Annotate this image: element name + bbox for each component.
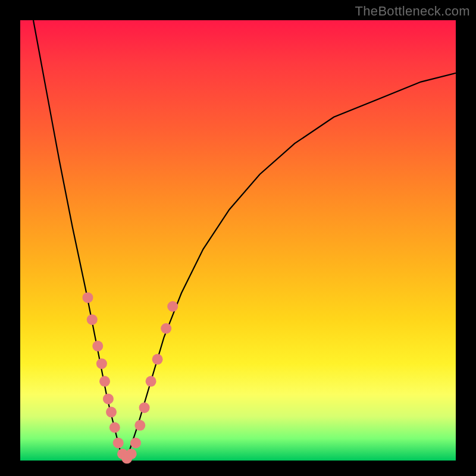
- bottleneck-curve: [33, 20, 456, 461]
- curve-marker: [130, 437, 141, 448]
- curve-marker: [126, 449, 137, 459]
- curve-marker: [96, 358, 107, 369]
- curve-marker: [99, 376, 110, 387]
- watermark-text: TheBottleneck.com: [355, 4, 470, 19]
- curve-marker: [134, 420, 145, 431]
- curve-marker: [146, 376, 156, 387]
- curve-marker: [161, 323, 171, 334]
- curve-marker: [113, 437, 124, 448]
- curve-marker: [106, 407, 117, 418]
- curve-marker: [167, 301, 178, 312]
- curve-marker: [103, 393, 114, 404]
- curve-marker: [83, 292, 93, 303]
- curve-marker: [109, 422, 120, 433]
- curve-marker: [92, 341, 103, 352]
- plot-area: [20, 20, 456, 461]
- curve-marker: [152, 354, 163, 365]
- marker-group: [83, 292, 178, 464]
- curve-svg: [20, 20, 456, 461]
- curve-marker: [87, 314, 98, 325]
- curve-marker: [139, 402, 150, 413]
- outer-frame: TheBottleneck.com: [0, 0, 476, 476]
